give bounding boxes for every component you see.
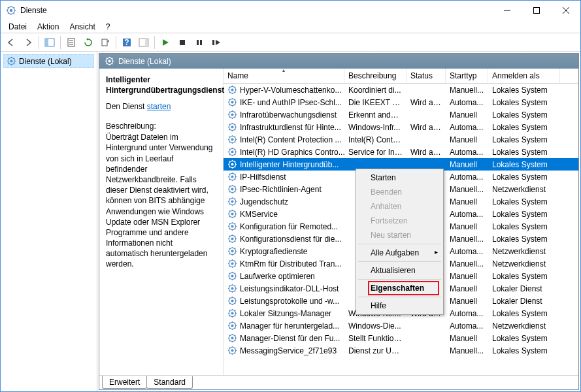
service-row[interactable]: Manager-Dienst für den Fu...Stellt Funkt… [224,332,578,344]
service-starttype: Manuell [446,135,488,144]
service-desc: Windows-Die... [344,321,407,331]
content-header-label: Dienste (Lokal) [118,57,171,66]
service-restart-button[interactable] [208,35,224,50]
service-name: KtmRm für Distributed Tran... [240,259,341,269]
service-start-button[interactable] [158,35,173,50]
column-status[interactable]: Status [407,69,446,83]
service-logon: Netzwerkdienst [488,247,560,256]
svg-rect-38 [212,40,214,45]
sort-asc-icon: ▴ [282,69,285,73]
ctx-stop[interactable]: Beenden [357,185,442,199]
service-name: Infrastrukturdienst für Hinte... [240,123,341,132]
service-starttype: Manuell [446,160,488,169]
service-icon [227,135,237,144]
service-name: Lokaler Sitzungs-Manager [240,309,331,318]
service-name: Konfiguration für Remoted... [240,222,338,231]
service-icon [227,271,237,281]
column-starttype[interactable]: Starttyp [446,69,488,83]
svg-text:?: ? [124,38,129,47]
menu-action[interactable]: Aktion [32,21,64,33]
service-name: Leistungsindikator-DLL-Host [240,284,339,293]
maximize-button[interactable] [522,1,551,20]
ctx-properties[interactable]: Eigenschaften [357,281,442,295]
refresh-button[interactable] [80,35,96,50]
service-name: Hyper-V-Volumeschattenko... [240,86,341,95]
content-pane: Dienste (Lokal) Intelligenter Hintergrun… [99,53,579,390]
help-button[interactable]: ? [119,35,135,50]
ctx-help[interactable]: Hilfe [357,299,442,313]
service-logon: Lokales System [488,210,560,219]
service-status: Wird au... [407,148,446,157]
service-icon [227,209,237,219]
description-text: Überträgt Dateien im Hintergrund unter V… [106,132,216,269]
export-button[interactable] [97,35,113,50]
service-starttype: Manuell [446,272,488,281]
service-starttype: Automa... [446,172,488,182]
forward-button[interactable] [20,35,36,50]
ctx-start[interactable]: Starten [357,171,442,185]
service-row[interactable]: InfrarotüberwachungsdienstErkennt ander.… [224,108,578,121]
menu-help[interactable]: ? [101,21,116,33]
app-icon [6,5,16,16]
column-name[interactable]: Name▴ [224,69,344,83]
ctx-restart[interactable]: Neu starten [357,228,442,242]
tab-standard[interactable]: Standard [146,376,193,389]
service-row[interactable]: Intel(R) HD Graphics Contro...Service fo… [224,146,578,158]
service-logon: Lokales System [488,309,560,318]
list-header: Name▴ Beschreibung Status Starttyp Anmel… [224,69,578,84]
service-row[interactable]: Hyper-V-Volumeschattenko...Koordiniert d… [224,84,578,96]
svg-rect-37 [200,40,202,45]
start-service-link[interactable]: starten [147,102,171,111]
column-description[interactable]: Beschreibung [344,69,407,83]
tree-root-label: Dienste (Lokal) [19,57,72,66]
service-logon: Lokales System [488,148,560,157]
service-name: Intel(R) HD Graphics Contro... [240,148,344,157]
ctx-refresh[interactable]: Aktualisieren [357,263,442,278]
service-stop-button[interactable] [174,35,190,50]
service-starttype: Manuell... [446,346,488,355]
service-status: Wird au... [407,98,446,107]
menu-view[interactable]: Ansicht [64,21,100,33]
service-desc: Intel(R) Conte... [344,135,407,144]
service-starttype: Manuell... [446,235,488,244]
description-pane: Intelligenter Hintergrundübertragungsdie… [99,69,224,375]
column-logon[interactable]: Anmelden als [488,69,560,83]
service-desc: Die IKEEXT di... [344,98,407,107]
service-starttype: Automa... [446,321,488,331]
service-name: KMService [240,210,278,219]
service-row[interactable]: Infrastrukturdienst für Hinte...Windows-… [224,121,578,133]
service-name: Laufwerke optimieren [240,272,315,281]
ctx-pause[interactable]: Anhalten [357,199,442,214]
service-logon: Netzwerkdienst [488,185,560,194]
service-icon [227,97,237,107]
properties-button[interactable] [63,35,79,50]
service-name: IPsec-Richtlinien-Agent [240,185,322,194]
service-icon [227,221,237,231]
service-action: Den Dienst starten [106,102,216,111]
service-row[interactable]: Intel(R) Content Protection ...Intel(R) … [224,133,578,146]
service-icon [227,259,237,269]
service-desc: Windows-Infr... [344,123,407,132]
ctx-all-tasks[interactable]: Alle Aufgaben▸ [357,246,442,260]
close-button[interactable] [551,1,580,20]
show-hide-tree-button[interactable] [42,35,58,50]
service-pause-button[interactable] [191,35,207,50]
service-icon [227,321,237,331]
ctx-separator [358,244,441,244]
service-row[interactable]: IKE- und AuthIP IPsec-Schl...Die IKEEXT … [224,96,578,108]
service-starttype: Automa... [446,123,488,132]
service-row[interactable]: Manager für heruntergelad...Windows-Die.… [224,319,578,332]
ctx-resume[interactable]: Fortsetzen [357,214,442,228]
service-row[interactable]: MessagingService_2f71e93Dienst zur Unt..… [224,344,578,357]
back-button[interactable] [3,35,19,50]
tree-root-services[interactable]: Dienste (Lokal) [3,54,94,68]
service-icon [227,172,237,182]
service-logon: Lokales System [488,346,560,355]
service-logon: Lokales System [488,235,560,244]
window: Dienste Datei Aktion Ansicht ? ? [0,0,581,392]
menu-file[interactable]: Datei [3,21,32,33]
minimize-button[interactable] [492,1,522,20]
show-hide-action-button[interactable] [136,35,152,50]
tab-extended[interactable]: Erweitert [102,376,147,389]
service-starttype: Manuell [446,334,488,343]
